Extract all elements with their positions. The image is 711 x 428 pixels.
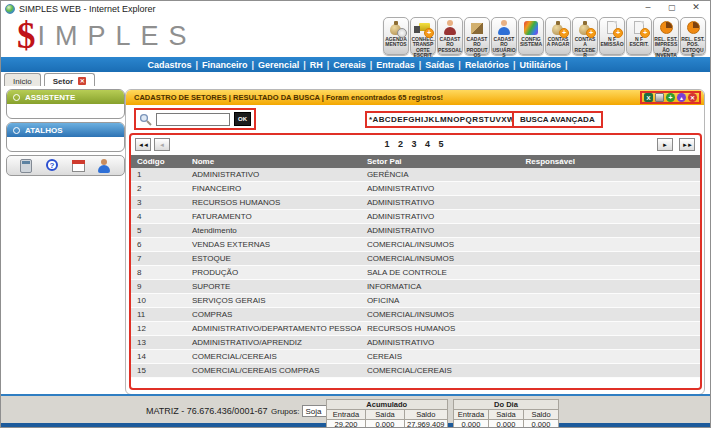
assistente-label: ASSISTENTE (25, 93, 75, 102)
menu-item-cadastros[interactable]: Cadastros (144, 60, 196, 70)
table-row[interactable]: 9SUPORTEINFORMATICA (131, 280, 700, 294)
tab-setor[interactable]: Setor (44, 73, 95, 86)
table-cell: ADMINISTRATIVO/DEPARTAMENTO PESSOAL (186, 322, 361, 336)
menu-item-gerencial[interactable]: Gerencial (254, 60, 303, 70)
excel-export-icon[interactable] (644, 93, 653, 102)
table-cell (520, 350, 700, 364)
mini-table-title: Do Dia (454, 400, 559, 410)
table-cell: 11 (131, 308, 186, 322)
table-row[interactable]: 11COMPRASCOMERCIAL/INSUMOS (131, 308, 700, 322)
user-icon[interactable] (97, 158, 112, 174)
table-cell: ADMINISTRATIVO/APRENDIZ (186, 336, 361, 350)
table-row[interactable]: 1ADMINISTRATIVOGERÊNCIA (131, 168, 700, 182)
atalhos-header[interactable]: ATALHOS (7, 123, 124, 137)
maximize-button[interactable] (660, 1, 684, 15)
table-cell: FINANCEIRO (186, 182, 361, 196)
search-input[interactable] (156, 113, 230, 126)
upload-icon[interactable] (677, 93, 686, 102)
table-cell: 15 (131, 364, 186, 378)
menu-item-utilitários[interactable]: Utilitários (515, 60, 565, 70)
tool-button[interactable]: CONTAS A PAGAR (545, 17, 571, 55)
menu-item-entradas[interactable]: Entradas (372, 60, 419, 70)
app-header: $ IMPLES AGENDA MENTOSCONHEC. TRANSPORTE… (1, 16, 710, 57)
table-cell: RECURSOS HUMANOS (186, 196, 361, 210)
table-row[interactable]: 8PRODUÇÃOSALA DE CONTROLE (131, 266, 700, 280)
tool-button[interactable]: CADASTRO PRODUTOS (464, 17, 490, 55)
calendar-icon[interactable] (71, 158, 86, 174)
tool-button[interactable]: CONFIG SISTEMA (518, 17, 544, 55)
table-cell: 6 (131, 238, 186, 252)
add-record-icon[interactable] (666, 93, 675, 102)
table-row[interactable]: 4FATURAMENTOADMINISTRATIVO (131, 210, 700, 224)
sectors-table: Código Nome Setor Pai Responsável 1ADMIN… (131, 155, 700, 378)
minimize-button[interactable] (636, 1, 660, 15)
table-cell (520, 336, 700, 350)
col-setor-pai[interactable]: Setor Pai (361, 155, 520, 168)
table-row[interactable]: 12ADMINISTRATIVO/DEPARTAMENTO PESSOALREC… (131, 322, 700, 336)
table-cell: SALA DE CONTROLE (361, 266, 520, 280)
tool-button[interactable]: CADASTRO PESSOAL (437, 17, 463, 55)
col-nome[interactable]: Nome (186, 155, 361, 168)
products-box-icon (468, 20, 486, 36)
tool-button[interactable]: CONHEC. TRANSPORTE ESCRIT. (410, 17, 436, 55)
ok-button[interactable]: OK (234, 112, 251, 126)
table-row[interactable]: 3RECURSOS HUMANOSADMINISTRATIVO (131, 196, 700, 210)
mini-table-header: Entrada (327, 410, 366, 420)
close-icon[interactable] (688, 93, 697, 102)
tool-button-label: CONHEC. TRANSPORTE ESCRIT. (411, 37, 435, 58)
table-row[interactable]: 14COMERCIAL/CEREAISCEREAIS (131, 350, 700, 364)
col-codigo[interactable]: Código (131, 155, 186, 168)
printer-icon[interactable] (655, 93, 664, 102)
tab-inicio[interactable]: Inicio (4, 73, 41, 86)
tool-button[interactable]: REL. EST. IMPRESSÃO INVENTARIO (653, 17, 679, 55)
tool-button[interactable]: N F ESCRIT. (626, 17, 652, 55)
tab-close-icon[interactable] (78, 77, 86, 85)
table-cell: GERÊNCIA (361, 168, 520, 182)
assistente-header[interactable]: ASSISTENTE (7, 90, 124, 104)
menu-item-relatórios[interactable]: Relatórios (461, 60, 513, 70)
company-label: MATRIZ - 76.676.436/0001-67 (146, 406, 267, 416)
tool-button[interactable]: AGENDA MENTOS (383, 17, 409, 55)
table-cell: 7 (131, 252, 186, 266)
menu-item-saídas[interactable]: Saídas (421, 60, 458, 70)
table-cell: COMERCIAL/CEREAIS (186, 350, 361, 364)
table-cell: COMERCIAL/CEREAIS (361, 364, 520, 378)
table-row[interactable]: 13ADMINISTRATIVO/APRENDIZADMINISTRATIVO (131, 336, 700, 350)
tool-button[interactable]: N F EMISSÃO (599, 17, 625, 55)
mini-table-header: Saldo (405, 410, 448, 420)
table-cell: 1 (131, 168, 186, 182)
menu-separator: | (370, 60, 373, 70)
tool-button-label: CADASTRO PRODUTOS (465, 37, 489, 58)
money-bag-plus-icon (576, 20, 594, 36)
money-bag-clock-icon (387, 20, 405, 36)
table-cell: 9 (131, 280, 186, 294)
page-numbers[interactable]: 1 2 3 4 5 (131, 139, 700, 149)
tool-button[interactable]: CADASTRO USUÁRIOS (491, 17, 517, 55)
table-row[interactable]: 5AtendimentoADMINISTRATIVO (131, 224, 700, 238)
menu-item-cereais[interactable]: Cereais (329, 60, 370, 70)
tool-button[interactable]: CONTAS A RECEBER (572, 17, 598, 55)
mini-table-value: 0,000 (366, 420, 405, 428)
table-row[interactable]: 15COMERCIAL/CEREAIS COMPRASCOMERCIAL/CER… (131, 364, 700, 378)
quick-access-toolbar: AGENDA MENTOSCONHEC. TRANSPORTE ESCRIT.C… (383, 17, 706, 55)
calculator-icon[interactable] (19, 158, 34, 174)
menu-item-financeiro[interactable]: Financeiro (198, 60, 252, 70)
menu-separator: | (513, 60, 516, 70)
table-row[interactable]: 2FINANCEIROADMINISTRATIVO (131, 182, 700, 196)
table-cell (520, 322, 700, 336)
close-window-button[interactable] (684, 1, 708, 15)
advanced-search-button[interactable]: BUSCA AVANÇADA (512, 111, 603, 128)
table-row[interactable]: 6VENDAS EXTERNASCOMERCIAL/INSUMOS (131, 238, 700, 252)
mini-table-value: 0,000 (454, 420, 489, 428)
mini-table-value: 0,000 (524, 420, 559, 428)
last-page-button[interactable] (679, 138, 695, 151)
help-icon[interactable] (45, 158, 60, 174)
next-page-button[interactable] (657, 138, 673, 151)
table-row[interactable]: 7ESTOQUECOMERCIAL/INSUMOS (131, 252, 700, 266)
alphabet-filter[interactable]: *ABCDEFGHIJKLMNOPQRSTUVXWYZ (365, 111, 530, 128)
table-cell: 5 (131, 224, 186, 238)
col-responsavel[interactable]: Responsável (520, 155, 700, 168)
table-row[interactable]: 10SERVIÇOS GERAISOFICINA (131, 294, 700, 308)
menu-item-rh[interactable]: RH (306, 60, 327, 70)
tool-button[interactable]: REL. EST. POS. ESTOQUE (680, 17, 706, 55)
